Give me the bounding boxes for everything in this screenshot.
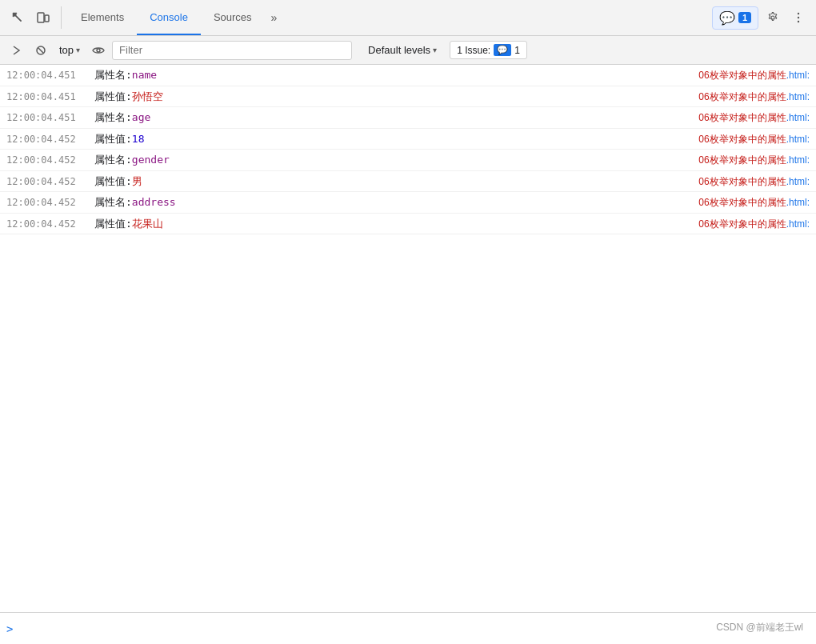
log-timestamp: 12:00:04.452 xyxy=(6,153,94,167)
tab-sources[interactable]: Sources xyxy=(201,0,265,35)
tab-bar: Elements Console Sources » xyxy=(68,0,709,35)
console-row: 12:00:04.451 属性名:age06枚举对象中的属性.html: xyxy=(0,107,816,129)
svg-point-4 xyxy=(798,21,799,22)
console-row: 12:00:04.451 属性值:孙悟空06枚举对象中的属性.html: xyxy=(0,86,816,108)
source-link[interactable]: 06枚举对象中的属性.html: xyxy=(698,110,810,125)
filter-input[interactable] xyxy=(112,41,352,60)
source-link[interactable]: 06枚举对象中的属性.html: xyxy=(698,174,810,189)
source-link[interactable]: 06枚举对象中的属性.html: xyxy=(698,132,810,146)
console-row: 12:00:04.452 属性值:1806枚举对象中的属性.html: xyxy=(0,129,816,150)
svg-point-7 xyxy=(97,49,100,52)
log-timestamp: 12:00:04.452 xyxy=(6,132,94,146)
log-text: 属性名:address xyxy=(94,194,686,210)
device-toolbar-button[interactable] xyxy=(32,6,54,29)
watermark: CSDN @前端老王wl xyxy=(716,621,803,634)
svg-point-3 xyxy=(798,17,799,18)
console-row: 12:00:04.452 属性名:gender06枚举对象中的属性.html: xyxy=(0,150,816,171)
feedback-count: 1 xyxy=(738,12,751,23)
source-link[interactable]: 06枚举对象中的属性.html: xyxy=(698,153,810,167)
toolbar-right: 💬 1 xyxy=(712,6,810,30)
settings-button[interactable] xyxy=(762,6,784,29)
toolbar-divider xyxy=(61,6,62,29)
log-text: 属性值:花果山 xyxy=(94,216,686,232)
tab-elements[interactable]: Elements xyxy=(68,0,137,35)
console-input[interactable] xyxy=(19,622,810,634)
more-options-button[interactable] xyxy=(787,6,810,29)
log-text: 属性名:age xyxy=(94,110,686,126)
log-text: 属性值:孙悟空 xyxy=(94,89,686,105)
console-row: 12:00:04.452 属性值:花果山06枚举对象中的属性.html: xyxy=(0,214,816,235)
console-output: 12:00:04.451 属性名:name06枚举对象中的属性.html:12:… xyxy=(0,65,816,612)
log-text: 属性值:18 xyxy=(94,131,686,147)
console-row: 12:00:04.452 属性值:男06枚举对象中的属性.html: xyxy=(0,171,816,193)
source-link[interactable]: 06枚举对象中的属性.html: xyxy=(698,90,810,104)
tab-console[interactable]: Console xyxy=(137,0,201,35)
default-levels-selector[interactable]: Default levels ▾ xyxy=(362,42,443,58)
top-context-selector[interactable]: top ▾ xyxy=(54,42,85,58)
clear-console-button[interactable] xyxy=(30,40,51,61)
source-link[interactable]: 06枚举对象中的属性.html: xyxy=(698,217,810,231)
chevron-down-icon-2: ▾ xyxy=(433,46,437,54)
console-row: 12:00:04.451 属性名:name06枚举对象中的属性.html: xyxy=(0,65,816,86)
log-timestamp: 12:00:04.451 xyxy=(6,110,94,125)
feedback-button[interactable]: 💬 1 xyxy=(712,6,758,30)
issues-badge[interactable]: 1 Issue: 💬 1 xyxy=(450,41,527,59)
console-prompt: > xyxy=(6,622,13,635)
svg-line-6 xyxy=(38,48,43,53)
log-text: 属性名:gender xyxy=(94,152,686,168)
console-row: 12:00:04.452 属性名:address06枚举对象中的属性.html: xyxy=(0,192,816,214)
svg-point-2 xyxy=(798,13,799,14)
log-timestamp: 12:00:04.451 xyxy=(6,90,94,104)
chat-icon: 💬 xyxy=(719,10,735,26)
svg-rect-0 xyxy=(38,13,44,22)
live-expressions-button[interactable] xyxy=(88,40,109,61)
execute-script-button[interactable] xyxy=(6,40,27,61)
log-timestamp: 12:00:04.452 xyxy=(6,174,94,189)
log-text: 属性名:name xyxy=(94,67,686,83)
svg-rect-1 xyxy=(45,15,49,22)
log-timestamp: 12:00:04.451 xyxy=(6,68,94,82)
console-input-row: > xyxy=(0,612,816,644)
console-toolbar: top ▾ Default levels ▾ 1 Issue: 💬 1 xyxy=(0,36,816,65)
more-tabs-button[interactable]: » xyxy=(265,0,284,35)
issues-icon: 💬 xyxy=(494,44,511,56)
log-timestamp: 12:00:04.452 xyxy=(6,217,94,231)
source-link[interactable]: 06枚举对象中的属性.html: xyxy=(698,68,810,82)
log-timestamp: 12:00:04.452 xyxy=(6,195,94,210)
chevron-down-icon: ▾ xyxy=(76,46,80,54)
inspect-element-button[interactable] xyxy=(6,6,29,29)
devtools-tabbar: Elements Console Sources » 💬 1 xyxy=(0,0,816,36)
log-text: 属性值:男 xyxy=(94,174,686,190)
source-link[interactable]: 06枚举对象中的属性.html: xyxy=(698,195,810,210)
